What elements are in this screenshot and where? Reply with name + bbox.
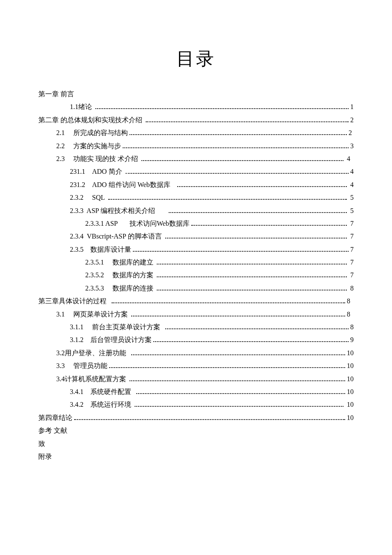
toc-entry: 3.4.1 系统硬件配置 10 [70, 385, 354, 398]
toc-entry: 3.4计算机系统配置方案 10 [56, 373, 354, 385]
toc-entry: 3.1.2 后台管理员设计方案9 [70, 334, 354, 346]
toc-entry-page: 10 [345, 398, 354, 411]
toc-entry: 2.3.2 SQL 5 [70, 191, 354, 204]
toc-entry-label: 2.3.5 数据库设计量 [70, 243, 131, 256]
toc-leader-dots [177, 186, 347, 187]
toc-entry-page: 5 [349, 191, 354, 204]
toc-entry-label: 2.3.5.3 数据库的连接 [85, 282, 155, 295]
toc-entry: 2.3.4 VBscript-ASP 的脚本语言 7 [70, 230, 354, 243]
toc-entry-label: 2.3.2 SQL [70, 191, 107, 204]
toc-leader-dots [133, 251, 349, 252]
toc-entry: 1.1绪论 1 [70, 101, 354, 113]
toc-entry-page: 10 [347, 359, 354, 372]
toc-entry: 第三章具体设计的过程 8 [38, 295, 354, 308]
toc-entry: 第四章结论10 [38, 411, 354, 424]
toc-entry-page: 10 [347, 385, 354, 398]
toc-entry-page: 9 [350, 334, 354, 346]
toc-entry: 2.1 所完成的容与结构2 [56, 127, 354, 139]
table-of-contents: 第一章 前言1.1绪论 1第二章 的总体规划和实现技术介绍 22.1 所完成的容… [38, 88, 354, 463]
toc-entry-label: 第四章结论 [38, 411, 72, 424]
toc-entry-page: 4 [350, 165, 354, 178]
toc-entry-label: 2.3.3 ASP 编程技术相关介绍 [70, 204, 167, 217]
toc-entry: 第二章 的总体规划和实现技术介绍 2 [38, 114, 354, 127]
toc-entry: 2.3.3 ASP 编程技术相关介绍 5 [70, 204, 354, 217]
toc-entry-page: 2 [349, 127, 354, 139]
toc-entry-page: 8 [347, 308, 354, 321]
toc-entry: 3.1 网页菜单设计方案 8 [56, 308, 354, 321]
toc-entry-page: 3 [350, 140, 354, 152]
toc-entry-label: 2.3.4 VBscript-ASP 的脚本语言 [70, 230, 164, 243]
toc-entry: 2.3 功能实 现的技 术介绍 4 [56, 152, 354, 165]
toc-entry-page: 5 [349, 204, 354, 217]
toc-entry: 2.3.5.3 数据库的连接 8 [85, 282, 354, 295]
toc-leader-dots [135, 406, 343, 407]
toc-entry-label: 第二章 的总体规划和实现技术介绍 [38, 114, 144, 127]
toc-leader-dots [74, 419, 345, 420]
toc-entry: 参考 文献 [38, 424, 354, 437]
toc-leader-dots [112, 302, 345, 303]
toc-entry-label: 1.1绪论 [70, 101, 94, 113]
toc-entry: 3.4.2 系统运行环境 10 [70, 398, 354, 411]
toc-leader-dots [169, 212, 347, 213]
toc-title: 目录 [38, 47, 354, 71]
toc-entry: 2.3.5.2 数据库的方案 7 [85, 269, 354, 282]
toc-entry: 3.3 管理员功能10 [56, 359, 354, 372]
toc-entry-label: 2.3.5.2 数据库的方案 [85, 269, 155, 282]
toc-entry-page: 8 [350, 321, 354, 334]
toc-entry: 2.2 方案的实施与步3 [56, 140, 354, 152]
toc-entry: 231.2 ADO 组件访问 Web数据库 4 [70, 178, 354, 191]
toc-leader-dots [108, 199, 347, 200]
toc-entry-page: 4 [349, 178, 354, 191]
toc-leader-dots [136, 393, 345, 394]
toc-entry-page: 10 [347, 347, 354, 359]
toc-leader-dots [126, 173, 349, 174]
toc-entry-label: 2.1 所完成的容与结构 [56, 127, 128, 139]
toc-leader-dots [157, 264, 347, 265]
toc-entry: 致 [38, 437, 354, 450]
toc-entry-label: 231.2 ADO 组件访问 Web数据库 [70, 178, 176, 191]
toc-entry: 231.1 ADO 简介 4 [70, 165, 354, 178]
toc-leader-dots [165, 328, 349, 329]
toc-entry-page: 2 [350, 114, 354, 127]
toc-entry: 2.3.5.1 数据库的建立 7 [85, 256, 354, 269]
toc-entry-label: 2.3.3.1 ASP 技术访问Web数据库 [85, 217, 190, 230]
toc-entry-label: 3.4.2 系统运行环境 [70, 398, 133, 411]
toc-leader-dots [191, 225, 347, 226]
toc-entry: 3.1.1 前台主页菜单设计方案 8 [70, 321, 354, 334]
toc-entry: 2.3.3.1 ASP 技术访问Web数据库 7 [85, 217, 354, 230]
toc-entry-page: 7 [350, 243, 354, 256]
toc-entry-page: 7 [349, 230, 354, 243]
toc-leader-dots [157, 276, 347, 277]
toc-entry-label: 2.3.5.1 数据库的建立 [85, 256, 155, 269]
toc-leader-dots [131, 354, 345, 355]
toc-entry-label: 第三章具体设计的过程 [38, 295, 110, 308]
toc-entry-label: 3.4.1 系统硬件配置 [70, 385, 135, 398]
toc-entry: 第一章 前言 [38, 88, 354, 101]
toc-entry-label: 2.3 功能实 现的技 术介绍 [56, 152, 140, 165]
toc-entry-page: 4 [345, 152, 354, 165]
toc-entry-label: 231.1 ADO 简介 [70, 165, 124, 178]
toc-entry-page: 1 [350, 101, 354, 113]
toc-entry-page: 10 [347, 411, 354, 424]
toc-leader-dots [123, 147, 349, 148]
toc-entry-page: 8 [347, 295, 354, 308]
toc-leader-dots [130, 380, 345, 381]
toc-leader-dots [109, 367, 345, 368]
toc-entry-page: 7 [349, 256, 354, 269]
toc-entry-page: 7 [349, 217, 354, 230]
toc-entry-label: 3.1.1 前台主页菜单设计方案 [70, 321, 164, 334]
toc-entry-label: 3.2用户登录、注册功能 [56, 347, 130, 359]
toc-entry-label: 2.2 方案的实施与步 [56, 140, 121, 152]
toc-entry-label: 3.1.2 后台管理员设计方案 [70, 334, 152, 346]
toc-leader-dots [131, 316, 345, 316]
toc-entry-label: 3.3 管理员功能 [56, 359, 107, 372]
toc-leader-dots [165, 238, 347, 239]
toc-leader-dots [146, 121, 349, 122]
toc-leader-dots [130, 134, 347, 135]
toc-leader-dots [141, 160, 343, 161]
toc-leader-dots [95, 108, 349, 109]
toc-entry-label: 3.1 网页菜单设计方案 [56, 308, 130, 321]
toc-entry: 附录 [38, 450, 354, 463]
toc-leader-dots [157, 290, 347, 290]
toc-entry-page: 8 [349, 282, 354, 295]
